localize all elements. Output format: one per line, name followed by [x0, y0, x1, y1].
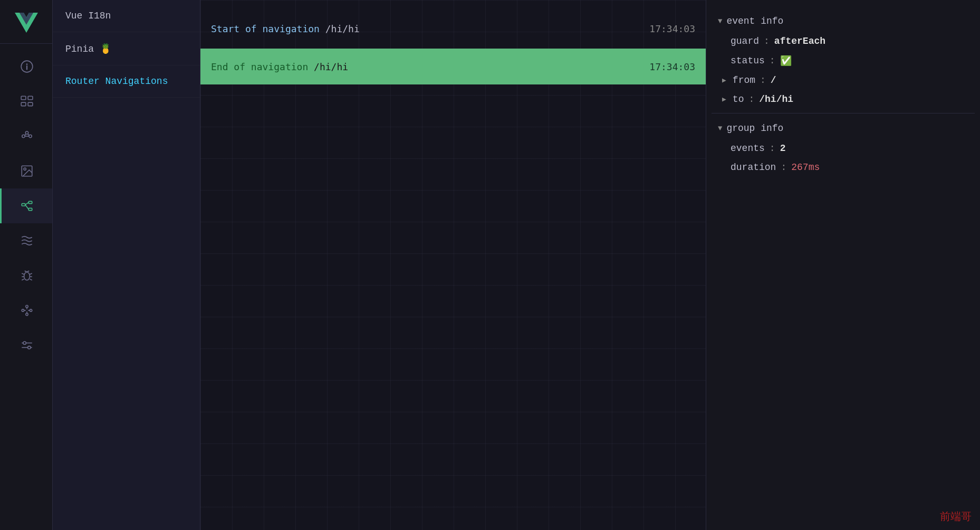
duration-key: duration — [731, 162, 776, 173]
guard-key: guard — [731, 36, 759, 46]
plugin-item-router-navigations[interactable]: Router Navigations — [53, 65, 200, 98]
section-divider — [712, 113, 975, 113]
group-info-triangle: ▼ — [718, 124, 722, 132]
group-info-duration-row: duration : 267ms — [712, 158, 975, 177]
event-info-header[interactable]: ▼ event info — [712, 11, 975, 32]
nav-event-start[interactable]: Start of navigation /hi/hi 17:34:03 — [200, 11, 706, 46]
status-key: status — [731, 55, 765, 66]
sidebar-icon-timeline[interactable] — [0, 223, 52, 258]
group-info-header[interactable]: ▼ group info — [712, 118, 975, 139]
nav-event-end-label: End of navigation /hi/hi — [211, 61, 348, 72]
sidebar-icon-settings[interactable] — [0, 328, 52, 363]
from-key: from — [733, 75, 755, 86]
sidebar-icon-bug[interactable] — [0, 258, 52, 293]
group-info-events-row: events : 2 — [712, 139, 975, 158]
plugin-item-pinia[interactable]: Pinia 🍍 — [53, 32, 200, 65]
svg-point-27 — [22, 309, 24, 311]
to-key: to — [733, 94, 744, 105]
event-info-from-row[interactable]: ▶ from : / — [712, 71, 975, 90]
nav-event-end[interactable]: End of navigation /hi/hi 17:34:03 — [200, 49, 706, 84]
nav-event-end-time: 17:34:03 — [649, 61, 695, 72]
info-panel: ▼ event info guard : afterEach status : … — [706, 0, 980, 530]
svg-rect-4 — [28, 96, 33, 100]
svg-line-23 — [22, 279, 24, 280]
plugin-panel: Vue I18n Pinia 🍍 Router Navigations — [53, 0, 200, 530]
icon-sidebar — [0, 0, 53, 530]
svg-point-9 — [25, 131, 28, 134]
to-value: /hi/hi — [759, 94, 793, 105]
sidebar-icon-info[interactable] — [0, 49, 52, 84]
svg-rect-3 — [21, 96, 26, 100]
sidebar-icon-components[interactable] — [0, 84, 52, 119]
nav-event-start-time: 17:34:03 — [649, 23, 695, 34]
svg-point-29 — [30, 309, 32, 311]
watermark: 前端哥 — [940, 509, 972, 524]
to-triangle-icon: ▶ — [722, 95, 726, 103]
events-key: events — [731, 143, 765, 154]
status-value: ✅ — [780, 55, 792, 67]
svg-line-18 — [25, 203, 29, 205]
svg-line-10 — [25, 134, 26, 135]
guard-value: afterEach — [774, 36, 825, 46]
logo-area — [0, 5, 52, 44]
svg-point-14 — [24, 168, 26, 170]
event-info-status-row: status : ✅ — [712, 51, 975, 71]
svg-point-36 — [23, 342, 26, 344]
nav-event-start-label: Start of navigation /hi/hi — [211, 23, 360, 34]
svg-line-24 — [30, 273, 32, 275]
main-area: Start of navigation /hi/hi 17:34:03 End … — [200, 0, 706, 530]
svg-line-11 — [28, 134, 29, 135]
svg-line-19 — [25, 205, 29, 210]
sidebar-icon-graph[interactable] — [0, 293, 52, 328]
svg-point-28 — [26, 305, 28, 307]
sidebar-icon-router[interactable] — [0, 188, 52, 223]
from-triangle-icon: ▶ — [722, 76, 726, 84]
duration-value: 267ms — [791, 162, 820, 173]
svg-rect-16 — [28, 201, 32, 203]
svg-rect-6 — [28, 102, 33, 106]
svg-rect-5 — [21, 102, 26, 106]
svg-rect-17 — [28, 208, 32, 210]
sidebar-icon-assets[interactable] — [0, 154, 52, 188]
sidebar-icon-pinia[interactable] — [0, 119, 52, 154]
svg-point-38 — [28, 346, 31, 349]
svg-line-26 — [30, 279, 32, 280]
timeline-grid: Start of navigation /hi/hi 17:34:03 End … — [200, 0, 706, 530]
event-info-to-row[interactable]: ▶ to : /hi/hi — [712, 90, 975, 109]
svg-point-30 — [26, 313, 28, 315]
from-value: / — [771, 75, 776, 86]
event-info-title: event info — [726, 16, 783, 26]
event-info-guard-row: guard : afterEach — [712, 32, 975, 51]
plugin-item-vue-i18n[interactable]: Vue I18n — [53, 0, 200, 32]
vue-logo-icon — [15, 13, 38, 33]
events-value: 2 — [780, 143, 786, 154]
svg-line-21 — [22, 273, 24, 275]
svg-rect-15 — [22, 204, 25, 206]
event-info-triangle: ▼ — [718, 17, 722, 25]
group-info-title: group info — [726, 123, 783, 134]
svg-point-20 — [24, 272, 30, 280]
